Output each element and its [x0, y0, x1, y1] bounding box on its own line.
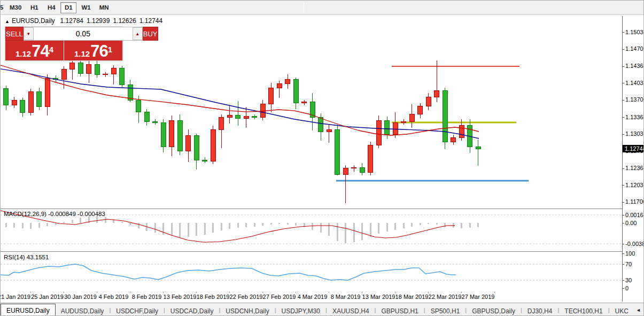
- date-tick-label: 21 Jan 2019: [0, 294, 30, 300]
- rsi-tick-label: 30: [625, 278, 632, 283]
- rsi-tick-label: 70: [625, 261, 632, 267]
- rsi-tick-label: 100: [625, 251, 635, 257]
- axis-tick-mark: [623, 244, 624, 244]
- date-tick-label: 30 Jan 2019: [64, 294, 97, 300]
- chart-title: ▲EURUSD,Daily1.127841.129391.126261.1274…: [5, 17, 166, 25]
- price-tick-label: 1.14700: [625, 46, 644, 52]
- trading-platform-window: 5M30H1H4D1W1MN ▲EURUSD,Daily1.127841.129…: [0, 0, 644, 316]
- sell-price-button[interactable]: 1.12 74 4: [5, 41, 64, 60]
- tab-scroll-controls: ◄ ►: [634, 303, 644, 316]
- chart-tab-ukc[interactable]: UKC: [610, 305, 634, 316]
- sell-price-pipette: 4: [49, 41, 53, 59]
- sell-price-main: 74: [32, 43, 49, 59]
- sell-button[interactable]: SELL: [5, 27, 24, 41]
- chart-tab-dj30-h4[interactable]: DJ30,H4: [522, 305, 558, 316]
- chart-tab-usdchf-daily[interactable]: USDCHF,Daily: [111, 305, 164, 316]
- macd-indicator-label: MACD(12,26,9) -0.000849 -0.000483: [4, 211, 105, 217]
- macd-pane-splitter[interactable]: [1, 209, 644, 210]
- date-tick-label: 22 Mar 2019: [429, 294, 462, 300]
- axis-tick-mark: [623, 253, 624, 254]
- price-tick-label: 1.11700: [625, 199, 644, 205]
- axis-tick-mark: [623, 202, 624, 203]
- price-tick-label: 1.12030: [625, 182, 644, 188]
- chart-tab-usdcad-daily[interactable]: USDCAD,Daily: [165, 305, 219, 316]
- current-price-badge: 1.12744: [623, 145, 644, 152]
- chart-tab-usdcnh-daily[interactable]: USDCNH,Daily: [220, 305, 274, 316]
- price-tick-label: 1.12360: [625, 165, 644, 171]
- ohlc-high: 1.12939: [87, 17, 110, 25]
- volume-increase-icon[interactable]: ▲: [133, 27, 143, 40]
- axis-tick-mark: [623, 288, 624, 289]
- one-click-trade-panel: SELL ▼ ▲ BUY 1.12 74 4 1.12 76 1: [5, 26, 123, 61]
- price-tick-label: 1.13030: [625, 131, 644, 137]
- buy-price-pipette: 1: [108, 41, 112, 59]
- axis-tick-mark: [623, 117, 624, 118]
- axis-tick-mark: [623, 223, 624, 223]
- axis-tick-mark: [623, 100, 624, 101]
- rsi-tick-label: 0: [625, 286, 629, 291]
- price-tick-label: 1.13700: [625, 97, 644, 103]
- axis-tick-mark: [623, 66, 624, 67]
- macd-tick-label: 0.00: [625, 220, 637, 226]
- chart-tab-audusd-daily[interactable]: AUDUSD,Daily: [56, 305, 110, 316]
- axis-tick-mark: [623, 215, 624, 215]
- chart-tab-gbpusd-daily[interactable]: GBPUSD,Daily: [467, 305, 521, 316]
- chart-tab-eurusd-daily[interactable]: EURUSD,Daily: [1, 304, 56, 316]
- buy-button[interactable]: BUY: [143, 27, 158, 41]
- price-tick-label: 1.14360: [625, 63, 644, 69]
- symbol-period-label: EURUSD,Daily: [12, 17, 55, 25]
- price-tick-label: 1.14030: [625, 80, 644, 86]
- date-tick-label: 13 Feb 2019: [164, 294, 197, 300]
- axis-tick-mark: [623, 49, 624, 50]
- date-tick-label: 18 Mar 2019: [395, 294, 429, 300]
- axis-tick-mark: [623, 83, 624, 83]
- price-axis[interactable]: 1.12744 1.150301.147001.143601.140301.13…: [622, 16, 644, 302]
- date-tick-label: 8 Mar 2019: [331, 294, 361, 300]
- axis-tick-mark: [623, 280, 624, 281]
- buy-price-prefix: 1.12: [74, 49, 90, 59]
- chart-tab-xauusd-h4[interactable]: XAUUSD,H4: [327, 305, 375, 316]
- volume-decrease-icon[interactable]: ▼: [24, 27, 34, 40]
- chart-tab-tech100-h1[interactable]: TECH100,H1: [559, 305, 608, 316]
- axis-tick-mark: [623, 264, 624, 265]
- rsi-pane-splitter[interactable]: [1, 251, 644, 252]
- rsi-indicator-label: RSI(14) 43.1551: [4, 254, 49, 260]
- time-axis[interactable]: 21 Jan 201925 Jan 201930 Jan 20194 Feb 2…: [1, 292, 622, 302]
- date-axis-line: [1, 291, 644, 292]
- volume-stepper: ▼ ▲: [24, 27, 143, 41]
- date-tick-label: 4 Feb 2019: [99, 294, 129, 300]
- date-tick-label: 13 Mar 2019: [362, 294, 395, 300]
- date-tick-label: 27 Mar 2019: [462, 294, 495, 300]
- date-tick-label: 27 Feb 2019: [263, 294, 296, 300]
- axis-tick-mark: [623, 168, 624, 169]
- sell-price-prefix: 1.12: [15, 49, 31, 59]
- axis-tick-mark: [623, 185, 624, 186]
- price-tick-label: 1.13360: [625, 114, 644, 120]
- buy-price-button[interactable]: 1.12 76 1: [64, 41, 122, 60]
- date-tick-label: 4 Mar 2019: [298, 294, 328, 300]
- date-tick-label: 18 Feb 2019: [197, 294, 230, 300]
- price-tick-label: 1.15030: [625, 29, 644, 35]
- date-tick-label: 25 Jan 2019: [31, 294, 64, 300]
- chart-tab-sp500-h1[interactable]: SP500,H1: [425, 305, 465, 316]
- axis-tick-mark: [623, 32, 624, 33]
- buy-price-main: 76: [90, 43, 107, 59]
- volume-input[interactable]: [34, 27, 133, 40]
- date-tick-label: 22 Feb 2019: [230, 294, 263, 300]
- macd-tick-label: 0.001686: [625, 212, 644, 218]
- axis-tick-mark: [623, 134, 624, 135]
- tab-scroll-left-icon[interactable]: ◄: [634, 307, 643, 313]
- macd-tick-label: -0.00388: [625, 241, 644, 247]
- chart-tab-gbpusd-h1[interactable]: GBPUSD,H1: [376, 305, 423, 316]
- ohlc-low: 1.12626: [113, 17, 136, 25]
- date-tick-label: 8 Feb 2019: [132, 294, 162, 300]
- ohlc-open: 1.12784: [60, 17, 83, 25]
- chart-tab-usdjpy-m30[interactable]: USDJPY,M30: [276, 305, 325, 316]
- chart-tab-bar: EURUSD,DailyAUDUSD,Daily|USDCHF,Daily|US…: [1, 303, 644, 316]
- collapse-panel-icon[interactable]: ▲: [5, 19, 10, 24]
- ohlc-close: 1.12744: [139, 17, 162, 25]
